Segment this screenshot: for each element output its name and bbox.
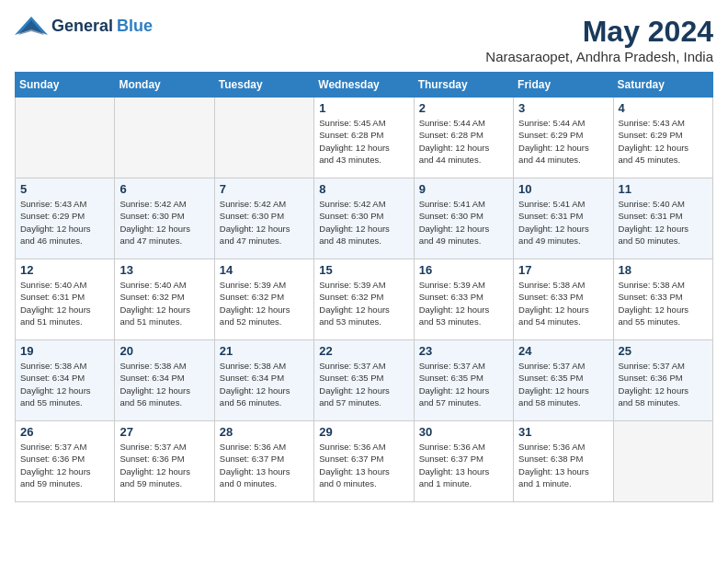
day-number: 21 [220, 344, 309, 358]
day-detail: Sunrise: 5:37 AM Sunset: 6:36 PM Dayligh… [119, 441, 209, 489]
col-saturday: Saturday [613, 73, 712, 98]
day-detail: Sunrise: 5:38 AM Sunset: 6:33 PM Dayligh… [518, 279, 608, 327]
list-item: 25Sunrise: 5:37 AM Sunset: 6:36 PM Dayli… [613, 340, 712, 421]
day-detail: Sunrise: 5:37 AM Sunset: 6:35 PM Dayligh… [419, 360, 508, 408]
day-number: 30 [419, 425, 508, 439]
page-header: General Blue May 2024 Narasaraopet, Andh… [15, 15, 713, 64]
day-detail: Sunrise: 5:38 AM Sunset: 6:34 PM Dayligh… [119, 360, 209, 408]
logo: General Blue [15, 15, 153, 37]
day-detail: Sunrise: 5:36 AM Sunset: 6:38 PM Dayligh… [518, 441, 608, 489]
location-text: Narasaraopet, Andhra Pradesh, India [485, 49, 713, 64]
list-item: 12Sunrise: 5:40 AM Sunset: 6:31 PM Dayli… [16, 259, 115, 340]
day-number: 12 [20, 263, 109, 277]
day-detail: Sunrise: 5:39 AM Sunset: 6:33 PM Dayligh… [419, 279, 508, 327]
list-item: 16Sunrise: 5:39 AM Sunset: 6:33 PM Dayli… [414, 259, 513, 340]
day-detail: Sunrise: 5:41 AM Sunset: 6:30 PM Dayligh… [419, 198, 508, 247]
list-item: 8Sunrise: 5:42 AM Sunset: 6:30 PM Daylig… [314, 178, 414, 259]
day-number: 5 [20, 182, 109, 196]
day-detail: Sunrise: 5:36 AM Sunset: 6:37 PM Dayligh… [419, 441, 508, 489]
list-item: 2Sunrise: 5:44 AM Sunset: 6:28 PM Daylig… [414, 98, 513, 178]
list-item: 10Sunrise: 5:41 AM Sunset: 6:31 PM Dayli… [514, 178, 613, 259]
list-item: 31Sunrise: 5:36 AM Sunset: 6:38 PM Dayli… [514, 421, 613, 502]
list-item: 11Sunrise: 5:40 AM Sunset: 6:31 PM Dayli… [613, 178, 712, 259]
day-number: 11 [619, 182, 708, 196]
day-number: 22 [319, 344, 408, 358]
day-detail: Sunrise: 5:36 AM Sunset: 6:37 PM Dayligh… [220, 441, 309, 489]
list-item: 17Sunrise: 5:38 AM Sunset: 6:33 PM Dayli… [514, 259, 613, 340]
day-number: 20 [119, 344, 209, 358]
day-number: 28 [220, 425, 309, 439]
day-detail: Sunrise: 5:37 AM Sunset: 6:35 PM Dayligh… [518, 360, 608, 408]
list-item: 5Sunrise: 5:43 AM Sunset: 6:29 PM Daylig… [16, 178, 115, 259]
list-item: 22Sunrise: 5:37 AM Sunset: 6:35 PM Dayli… [314, 340, 414, 421]
list-item: 14Sunrise: 5:39 AM Sunset: 6:32 PM Dayli… [214, 259, 313, 340]
list-item [613, 421, 712, 502]
day-number: 4 [619, 101, 708, 115]
day-detail: Sunrise: 5:42 AM Sunset: 6:30 PM Dayligh… [119, 198, 209, 247]
day-detail: Sunrise: 5:44 AM Sunset: 6:28 PM Dayligh… [419, 117, 508, 166]
day-detail: Sunrise: 5:43 AM Sunset: 6:29 PM Dayligh… [20, 198, 109, 247]
day-number: 25 [619, 344, 708, 358]
logo-icon [15, 15, 48, 37]
table-row: 1Sunrise: 5:45 AM Sunset: 6:28 PM Daylig… [16, 98, 713, 178]
day-number: 9 [419, 182, 508, 196]
calendar-table: Sunday Monday Tuesday Wednesday Thursday… [15, 72, 713, 502]
day-detail: Sunrise: 5:40 AM Sunset: 6:32 PM Dayligh… [119, 279, 209, 327]
day-detail: Sunrise: 5:38 AM Sunset: 6:34 PM Dayligh… [20, 360, 109, 408]
day-number: 31 [518, 425, 608, 439]
col-tuesday: Tuesday [214, 73, 313, 98]
logo-blue-text: Blue [117, 17, 153, 36]
day-number: 17 [518, 263, 608, 277]
list-item: 18Sunrise: 5:38 AM Sunset: 6:33 PM Dayli… [613, 259, 712, 340]
col-thursday: Thursday [414, 73, 513, 98]
day-number: 2 [419, 101, 508, 115]
day-number: 27 [119, 425, 209, 439]
list-item: 30Sunrise: 5:36 AM Sunset: 6:37 PM Dayli… [414, 421, 513, 502]
list-item: 26Sunrise: 5:37 AM Sunset: 6:36 PM Dayli… [16, 421, 115, 502]
list-item: 27Sunrise: 5:37 AM Sunset: 6:36 PM Dayli… [115, 421, 214, 502]
day-detail: Sunrise: 5:44 AM Sunset: 6:29 PM Dayligh… [518, 117, 608, 166]
day-detail: Sunrise: 5:37 AM Sunset: 6:36 PM Dayligh… [619, 360, 708, 408]
day-number: 23 [419, 344, 508, 358]
list-item: 13Sunrise: 5:40 AM Sunset: 6:32 PM Dayli… [115, 259, 214, 340]
day-number: 26 [20, 425, 109, 439]
list-item: 24Sunrise: 5:37 AM Sunset: 6:35 PM Dayli… [514, 340, 613, 421]
list-item: 4Sunrise: 5:43 AM Sunset: 6:29 PM Daylig… [613, 98, 712, 178]
col-sunday: Sunday [16, 73, 115, 98]
day-number: 7 [220, 182, 309, 196]
day-number: 24 [518, 344, 608, 358]
day-number: 18 [619, 263, 708, 277]
col-friday: Friday [514, 73, 613, 98]
day-detail: Sunrise: 5:37 AM Sunset: 6:36 PM Dayligh… [20, 441, 109, 489]
day-detail: Sunrise: 5:40 AM Sunset: 6:31 PM Dayligh… [20, 279, 109, 327]
day-number: 13 [119, 263, 209, 277]
list-item: 29Sunrise: 5:36 AM Sunset: 6:37 PM Dayli… [314, 421, 414, 502]
list-item: 9Sunrise: 5:41 AM Sunset: 6:30 PM Daylig… [414, 178, 513, 259]
day-number: 8 [319, 182, 408, 196]
day-detail: Sunrise: 5:36 AM Sunset: 6:37 PM Dayligh… [319, 441, 408, 489]
list-item [214, 98, 313, 178]
day-detail: Sunrise: 5:40 AM Sunset: 6:31 PM Dayligh… [619, 198, 708, 247]
day-detail: Sunrise: 5:39 AM Sunset: 6:32 PM Dayligh… [319, 279, 408, 327]
day-detail: Sunrise: 5:38 AM Sunset: 6:33 PM Dayligh… [619, 279, 708, 327]
day-number: 3 [518, 101, 608, 115]
day-detail: Sunrise: 5:38 AM Sunset: 6:34 PM Dayligh… [220, 360, 309, 408]
col-monday: Monday [115, 73, 214, 98]
day-detail: Sunrise: 5:42 AM Sunset: 6:30 PM Dayligh… [220, 198, 309, 247]
day-detail: Sunrise: 5:42 AM Sunset: 6:30 PM Dayligh… [319, 198, 408, 247]
month-title: May 2024 [485, 15, 713, 49]
table-row: 26Sunrise: 5:37 AM Sunset: 6:36 PM Dayli… [16, 421, 713, 502]
title-block: May 2024 Narasaraopet, Andhra Pradesh, I… [485, 15, 713, 64]
day-number: 19 [20, 344, 109, 358]
logo-general-text: General [51, 17, 113, 36]
list-item [115, 98, 214, 178]
list-item: 6Sunrise: 5:42 AM Sunset: 6:30 PM Daylig… [115, 178, 214, 259]
day-number: 29 [319, 425, 408, 439]
day-detail: Sunrise: 5:39 AM Sunset: 6:32 PM Dayligh… [220, 279, 309, 327]
day-number: 10 [518, 182, 608, 196]
header-row: Sunday Monday Tuesday Wednesday Thursday… [16, 73, 713, 98]
list-item [16, 98, 115, 178]
day-detail: Sunrise: 5:41 AM Sunset: 6:31 PM Dayligh… [518, 198, 608, 247]
day-number: 14 [220, 263, 309, 277]
day-detail: Sunrise: 5:37 AM Sunset: 6:35 PM Dayligh… [319, 360, 408, 408]
